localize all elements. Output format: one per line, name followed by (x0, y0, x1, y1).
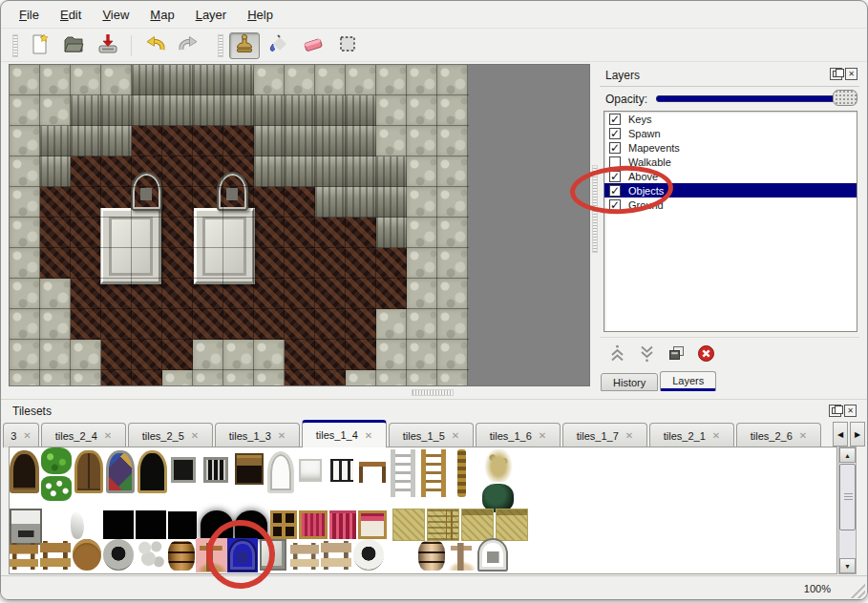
map-tile-cobblestone-floor[interactable] (223, 126, 254, 156)
map-tile-cobblestone-floor[interactable] (101, 309, 132, 340)
scroll-up-button[interactable]: ▲ (839, 447, 856, 463)
map-tile-rock-top[interactable] (10, 279, 40, 309)
tab-scroll-left-button[interactable]: ◀ (833, 422, 848, 447)
map-tile-rock-top[interactable] (437, 340, 468, 370)
map-tile-rock-top[interactable] (40, 95, 71, 126)
dock-tab-layers[interactable]: Layers (660, 371, 716, 391)
map-tile-rock-top[interactable] (10, 65, 40, 95)
duplicate-layer-button[interactable] (666, 343, 687, 364)
map-tile-rock-top[interactable] (407, 65, 437, 95)
tile-window-shutters[interactable] (74, 450, 103, 493)
map-tile-rock-top[interactable] (437, 248, 468, 279)
tileset-tab-tiles_2_1[interactable]: tiles_2_1✕ (649, 423, 734, 447)
tileset-tab-tiles_1_5[interactable]: tiles_1_5✕ (389, 423, 474, 447)
map-object-gravestone[interactable] (217, 172, 248, 211)
tile-bush[interactable] (41, 447, 72, 474)
dock-tab-history[interactable]: History (601, 373, 658, 391)
map-tile-rock-top[interactable] (254, 340, 285, 370)
map-tile-rock-top[interactable] (376, 95, 407, 126)
map-tile-cliff-face[interactable] (376, 218, 407, 248)
map-tile-cobblestone-floor[interactable] (376, 248, 407, 279)
tileset-tab-tiles_2_6[interactable]: tiles_2_6✕ (736, 423, 821, 447)
map-tile-cobblestone-floor[interactable] (346, 279, 376, 309)
map-tile-cobblestone-floor[interactable] (315, 218, 346, 248)
tile-grave-cross[interactable] (197, 539, 227, 572)
map-tile-cliff-face[interactable] (193, 95, 223, 126)
map-tile-cobblestone-floor[interactable] (315, 370, 346, 385)
map-tile-rock-top[interactable] (407, 126, 437, 156)
map-tile-rock-top[interactable] (254, 370, 285, 385)
map-tile-cobblestone-floor[interactable] (162, 309, 193, 340)
map-tile-rock-top[interactable] (407, 218, 437, 248)
map-tile-cliff-face[interactable] (162, 95, 193, 126)
redo-button[interactable] (174, 32, 204, 59)
map-tile-rock-top[interactable] (376, 65, 407, 95)
map-tile-cobblestone-floor[interactable] (132, 126, 162, 156)
map-tile-rock-top[interactable] (254, 65, 285, 95)
map-tile-cobblestone-floor[interactable] (285, 248, 315, 279)
map-tile-cobblestone-floor[interactable] (162, 248, 193, 279)
menu-layer[interactable]: Layer (187, 5, 236, 25)
map-tile-rock-top[interactable] (101, 65, 132, 95)
map-tile-cliff-face[interactable] (223, 95, 254, 126)
map-tile-cobblestone-floor[interactable] (162, 340, 193, 370)
map-tile-rock-top[interactable] (315, 65, 346, 95)
layer-visibility-checkbox[interactable]: ✓ (609, 171, 621, 182)
tab-close-icon[interactable]: ✕ (23, 430, 31, 441)
tile-furnace[interactable] (10, 509, 42, 545)
tileset-tab-tiles_2_4[interactable]: tiles_2_4✕ (41, 423, 126, 447)
open-map-button[interactable] (58, 32, 89, 59)
tile-sign-small[interactable] (10, 543, 38, 570)
tile-dark-tile-2[interactable] (136, 510, 166, 539)
map-canvas[interactable] (9, 64, 590, 386)
map-tile-rock-top[interactable] (407, 340, 437, 370)
layer-row-spawn[interactable]: ✓Spawn (604, 126, 857, 140)
tile-cave-arch-2[interactable] (235, 510, 267, 539)
layer-visibility-checkbox[interactable]: ✓ (609, 199, 621, 211)
map-tile-cobblestone-floor[interactable] (162, 156, 193, 187)
tile-window-small-dark[interactable] (171, 457, 196, 483)
tile-plant-roots[interactable] (484, 447, 513, 482)
menu-map[interactable]: Map (141, 5, 182, 25)
map-tile-cobblestone-floor[interactable] (285, 370, 315, 385)
tile-wall-tan-3[interactable] (496, 509, 528, 541)
move-layer-up-button[interactable] (606, 343, 627, 364)
map-tile-cobblestone-floor[interactable] (162, 126, 193, 156)
map-tile-cliff-face[interactable] (101, 95, 132, 126)
map-tile-cobblestone-floor[interactable] (376, 279, 407, 309)
map-tile-cobblestone-floor[interactable] (193, 309, 223, 340)
map-tile-rock-top[interactable] (193, 340, 223, 370)
map-object-slab[interactable] (194, 208, 255, 284)
scrollbar-thumb[interactable] (839, 464, 856, 530)
map-tile-rock-top[interactable] (10, 340, 40, 370)
tile-window-barred[interactable] (203, 457, 228, 483)
map-tile-rock-top[interactable] (10, 156, 40, 187)
map-tile-rock-top[interactable] (437, 309, 468, 340)
tileset-tab-tiles_2_5[interactable]: tiles_2_5✕ (128, 423, 213, 447)
tab-close-icon[interactable]: ✕ (799, 430, 807, 441)
map-tile-rock-top[interactable] (407, 156, 437, 187)
map-tile-cliff-face[interactable] (254, 156, 285, 187)
map-tile-cobblestone-floor[interactable] (346, 340, 376, 370)
select-tool-button[interactable] (332, 32, 363, 59)
map-tile-cliff-face[interactable] (315, 95, 346, 126)
map-tile-rock-top[interactable] (346, 65, 376, 95)
map-tile-cliff-face[interactable] (285, 95, 315, 126)
map-tile-cliff-face[interactable] (162, 65, 193, 95)
tile-window-curtain-valence[interactable] (358, 510, 387, 539)
stamp-tool-button[interactable] (229, 32, 260, 59)
map-tile-rock-top[interactable] (437, 370, 468, 385)
tab-close-icon[interactable]: ✕ (539, 430, 546, 441)
map-tile-rock-top[interactable] (437, 279, 468, 309)
toolbar-drag-handle-2[interactable] (218, 34, 223, 57)
map-tile-rock-top[interactable] (437, 187, 468, 218)
tile-window-white[interactable] (299, 459, 322, 482)
tile-ladder-wood[interactable] (421, 449, 446, 497)
map-tile-rock-top[interactable] (10, 218, 40, 248)
tile-gravestone[interactable] (228, 539, 257, 572)
map-tile-cliff-face[interactable] (285, 156, 315, 187)
tile-barrel[interactable] (168, 541, 195, 571)
tile-window-arch-white[interactable] (267, 451, 294, 493)
tileset-tab-tiles_1_3[interactable]: tiles_1_3✕ (215, 423, 300, 447)
map-tile-rock-top[interactable] (437, 65, 468, 95)
